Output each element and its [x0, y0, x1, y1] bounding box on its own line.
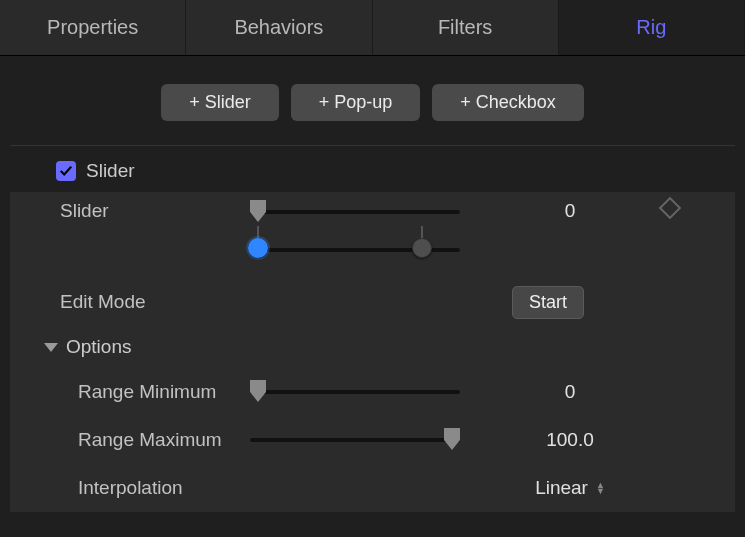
interpolation-value: Linear	[535, 477, 588, 499]
disclosure-triangle-icon	[44, 343, 58, 352]
range-min-slider[interactable]	[250, 380, 460, 404]
options-rows: Range Minimum 0 Range Maximum 100.0	[10, 368, 735, 512]
interpolation-select[interactable]: Linear ▲▼	[535, 477, 605, 499]
slider-enable-checkbox[interactable]	[56, 161, 76, 181]
slider-section-title: Slider	[86, 160, 135, 182]
edit-mode-start-button[interactable]: Start	[512, 286, 584, 319]
tab-behaviors[interactable]: Behaviors	[186, 0, 372, 55]
slider-label: Slider	[10, 200, 250, 222]
edit-mode-label: Edit Mode	[10, 291, 250, 313]
add-slider-button[interactable]: + Slider	[161, 84, 279, 121]
inspector-tabs: Properties Behaviors Filters Rig	[0, 0, 745, 56]
interpolation-row: Interpolation Linear ▲▼	[10, 464, 735, 512]
check-icon	[59, 164, 73, 178]
slider-thumb[interactable]	[248, 200, 268, 222]
range-min-label: Range Minimum	[10, 381, 250, 403]
range-min-thumb[interactable]	[248, 380, 268, 402]
keyframe-icon[interactable]	[659, 197, 682, 220]
snapshot-marker-active[interactable]	[248, 238, 268, 258]
tab-rig[interactable]: Rig	[559, 0, 745, 55]
parameter-rows: Slider 0 Edit Mode St	[10, 192, 735, 326]
chevron-up-down-icon: ▲▼	[596, 482, 605, 494]
slider-section-header: Slider	[0, 146, 745, 192]
slider-param-row: Slider 0	[10, 192, 735, 278]
slider-control[interactable]	[250, 200, 460, 270]
rig-inspector-panel: Properties Behaviors Filters Rig + Slide…	[0, 0, 745, 537]
range-max-thumb[interactable]	[442, 428, 462, 450]
interpolation-label: Interpolation	[10, 477, 250, 499]
options-disclosure[interactable]: Options	[10, 326, 735, 368]
slider-track	[250, 210, 460, 214]
snapshot-marker[interactable]	[412, 238, 432, 258]
edit-mode-row: Edit Mode Start	[10, 278, 735, 326]
range-max-slider[interactable]	[250, 428, 460, 452]
range-min-value[interactable]: 0	[500, 381, 640, 403]
range-min-row: Range Minimum 0	[10, 368, 735, 416]
slider-value[interactable]: 0	[500, 200, 640, 222]
add-widget-row: + Slider + Pop-up + Checkbox	[0, 56, 745, 145]
options-label: Options	[66, 336, 131, 358]
add-checkbox-button[interactable]: + Checkbox	[432, 84, 584, 121]
tab-properties[interactable]: Properties	[0, 0, 186, 55]
add-popup-button[interactable]: + Pop-up	[291, 84, 421, 121]
range-max-row: Range Maximum 100.0	[10, 416, 735, 464]
range-max-value[interactable]: 100.0	[500, 429, 640, 451]
tab-filters[interactable]: Filters	[373, 0, 559, 55]
range-max-label: Range Maximum	[10, 429, 250, 451]
